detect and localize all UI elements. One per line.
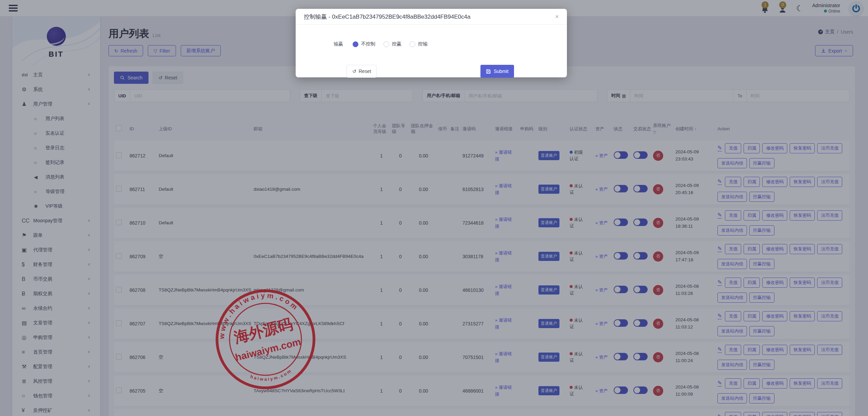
radio-option[interactable]: 控赢: [383, 41, 401, 47]
radio-icon: [410, 41, 415, 47]
radio-icon: [383, 41, 389, 47]
radio-label: 控输: [418, 41, 428, 47]
save-icon: [486, 69, 491, 74]
radio-label: 控赢: [392, 41, 401, 47]
win-lose-radio-group: 输赢 不控制 控赢 控输: [334, 41, 428, 47]
win-lose-control-modal: 控制输赢 - 0xEeC1aB7b2347952BE9c4f8aBBe32dd4…: [296, 9, 567, 77]
modal-reset-button[interactable]: ↺ Reset: [347, 65, 377, 78]
reset-icon: ↺: [352, 69, 356, 74]
win-lose-field-label: 输赢: [334, 41, 343, 47]
radio-icon: [353, 41, 358, 47]
close-icon[interactable]: ×: [555, 13, 559, 20]
radio-label: 不控制: [361, 41, 375, 47]
modal-title: 控制输赢 - 0xEeC1aB7b2347952BE9c4f8aBBe32dd4…: [304, 13, 470, 21]
radio-option[interactable]: 不控制: [353, 41, 375, 47]
radio-option[interactable]: 控输: [410, 41, 428, 47]
modal-submit-button[interactable]: Submit: [480, 65, 514, 78]
